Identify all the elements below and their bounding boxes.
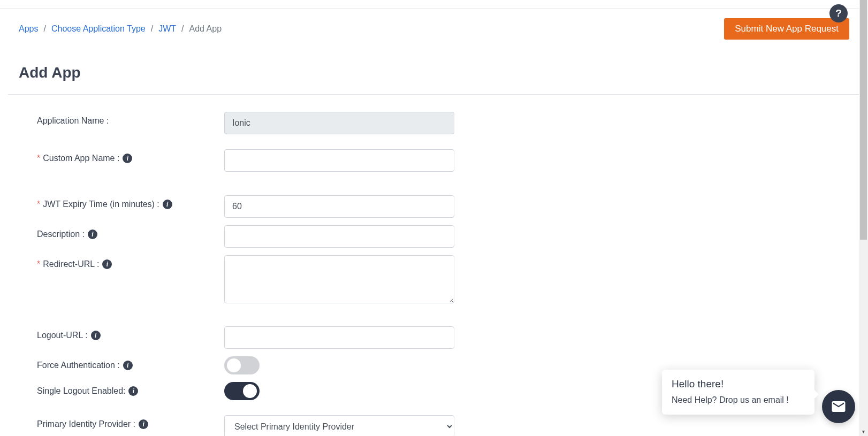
required-marker: *: [37, 154, 40, 163]
chat-button[interactable]: [822, 390, 855, 423]
info-icon[interactable]: i: [139, 419, 148, 429]
info-icon[interactable]: i: [91, 331, 101, 340]
force-auth-toggle[interactable]: [224, 356, 260, 374]
breadcrumb-jwt[interactable]: JWT: [158, 24, 176, 34]
jwt-expiry-input[interactable]: [224, 195, 454, 218]
info-icon[interactable]: i: [102, 259, 112, 269]
label-logout-url: Logout-URL :: [37, 331, 88, 340]
chat-popup-title: Hello there!: [672, 378, 805, 390]
custom-app-name-input[interactable]: [224, 149, 454, 172]
chat-popup: Hello there! Need Help? Drop us an email…: [662, 370, 814, 415]
label-redirect-url: Redirect-URL :: [43, 259, 99, 269]
breadcrumb: Apps / Choose Application Type / JWT / A…: [19, 24, 222, 34]
info-icon[interactable]: i: [128, 386, 138, 396]
page-title: Add App: [19, 64, 849, 81]
breadcrumb-current: Add App: [189, 24, 222, 34]
vertical-scrollbar[interactable]: ▾: [859, 0, 868, 436]
info-icon[interactable]: i: [123, 361, 133, 370]
redirect-url-input[interactable]: [224, 255, 454, 303]
label-force-auth: Force Authentication :: [37, 361, 120, 370]
primary-idp-select[interactable]: Select Primary Identity Provider: [224, 415, 454, 436]
submit-new-app-button[interactable]: Submit New App Request: [724, 18, 849, 40]
help-button[interactable]: ?: [829, 4, 848, 22]
breadcrumb-apps[interactable]: Apps: [19, 24, 38, 34]
description-input[interactable]: [224, 225, 454, 248]
required-marker: *: [37, 200, 40, 209]
application-name-input: [224, 112, 454, 134]
label-single-logout: Single Logout Enabled:: [37, 386, 125, 396]
info-icon[interactable]: i: [123, 154, 132, 163]
label-description: Description :: [37, 230, 85, 239]
label-primary-idp: Primary Identity Provider :: [37, 419, 135, 429]
divider: [8, 94, 860, 95]
breadcrumb-sep: /: [181, 24, 184, 34]
label-jwt-expiry: JWT Expiry Time (in minutes) :: [43, 200, 159, 209]
logout-url-input[interactable]: [224, 326, 454, 349]
mail-icon: [831, 399, 847, 415]
breadcrumb-sep: /: [151, 24, 153, 34]
single-logout-toggle[interactable]: [224, 382, 260, 400]
info-icon[interactable]: i: [163, 200, 172, 209]
breadcrumb-sep: /: [43, 24, 45, 34]
chat-popup-text: Need Help? Drop us an email !: [672, 395, 805, 405]
label-application-name: Application Name :: [37, 116, 109, 126]
label-custom-app-name: Custom App Name :: [43, 154, 119, 163]
breadcrumb-choose-type[interactable]: Choose Application Type: [51, 24, 146, 34]
info-icon[interactable]: i: [88, 230, 97, 239]
required-marker: *: [37, 259, 40, 269]
